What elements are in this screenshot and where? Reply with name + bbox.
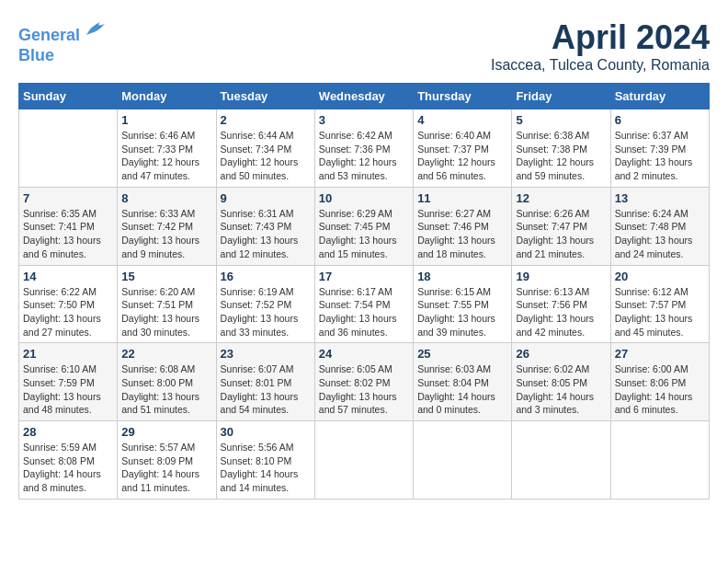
day-info: Sunrise: 6:17 AM Sunset: 7:54 PM Dayligh… xyxy=(319,285,409,339)
cell-week1-day3: 2Sunrise: 6:44 AM Sunset: 7:34 PM Daylig… xyxy=(216,109,314,188)
cell-week2-day6: 12Sunrise: 6:26 AM Sunset: 7:47 PM Dayli… xyxy=(512,187,610,265)
day-info: Sunrise: 6:46 AM Sunset: 7:33 PM Dayligh… xyxy=(121,129,211,183)
cell-week1-day5: 4Sunrise: 6:40 AM Sunset: 7:37 PM Daylig… xyxy=(414,109,512,188)
cell-week3-day6: 19Sunrise: 6:13 AM Sunset: 7:56 PM Dayli… xyxy=(512,265,610,343)
logo-text: General Blue xyxy=(18,18,109,65)
title-block: April 2024 Isaccea, Tulcea County, Roman… xyxy=(491,18,710,74)
day-number: 16 xyxy=(221,270,311,283)
cell-week5-day3: 30Sunrise: 5:56 AM Sunset: 8:10 PM Dayli… xyxy=(216,421,314,500)
day-number: 7 xyxy=(23,191,113,205)
day-number: 15 xyxy=(121,270,211,283)
header-thursday: Thursday xyxy=(414,84,512,109)
cell-week3-day4: 17Sunrise: 6:17 AM Sunset: 7:54 PM Dayli… xyxy=(314,265,413,343)
day-number: 4 xyxy=(417,113,507,127)
day-number: 25 xyxy=(417,347,507,361)
day-info: Sunrise: 6:05 AM Sunset: 8:02 PM Dayligh… xyxy=(319,362,409,417)
day-info: Sunrise: 6:19 AM Sunset: 7:52 PM Dayligh… xyxy=(221,285,311,339)
day-number: 19 xyxy=(516,270,606,283)
day-number: 13 xyxy=(615,191,705,205)
day-number: 1 xyxy=(121,113,211,127)
day-number: 12 xyxy=(516,191,606,205)
header-sunday: Sunday xyxy=(19,84,118,109)
day-info: Sunrise: 6:15 AM Sunset: 7:55 PM Dayligh… xyxy=(417,285,507,339)
day-info: Sunrise: 6:07 AM Sunset: 8:01 PM Dayligh… xyxy=(221,362,311,417)
day-number: 3 xyxy=(319,113,409,127)
day-number: 2 xyxy=(221,113,311,127)
day-number: 11 xyxy=(417,191,507,205)
cell-week4-day2: 22Sunrise: 6:08 AM Sunset: 8:00 PM Dayli… xyxy=(118,343,216,421)
cell-week5-day4 xyxy=(314,421,413,500)
day-number: 9 xyxy=(221,191,311,205)
header-monday: Monday xyxy=(118,84,216,109)
cell-week3-day2: 15Sunrise: 6:20 AM Sunset: 7:51 PM Dayli… xyxy=(118,265,216,343)
day-info: Sunrise: 6:03 AM Sunset: 8:04 PM Dayligh… xyxy=(417,362,507,417)
day-number: 23 xyxy=(221,347,311,361)
cell-week5-day6 xyxy=(512,421,610,500)
cell-week4-day5: 25Sunrise: 6:03 AM Sunset: 8:04 PM Dayli… xyxy=(414,343,512,421)
cell-week4-day3: 23Sunrise: 6:07 AM Sunset: 8:01 PM Dayli… xyxy=(216,343,314,421)
day-info: Sunrise: 5:59 AM Sunset: 8:08 PM Dayligh… xyxy=(23,441,113,495)
day-number: 30 xyxy=(221,425,311,439)
cell-week4-day4: 24Sunrise: 6:05 AM Sunset: 8:02 PM Dayli… xyxy=(314,343,413,421)
day-info: Sunrise: 5:57 AM Sunset: 8:09 PM Dayligh… xyxy=(121,441,211,495)
cell-week2-day1: 7Sunrise: 6:35 AM Sunset: 7:41 PM Daylig… xyxy=(19,187,118,265)
day-info: Sunrise: 6:44 AM Sunset: 7:34 PM Dayligh… xyxy=(221,129,311,183)
day-info: Sunrise: 6:27 AM Sunset: 7:46 PM Dayligh… xyxy=(417,207,507,261)
day-number: 28 xyxy=(23,425,113,439)
cell-week5-day7 xyxy=(610,421,709,500)
cell-week2-day2: 8Sunrise: 6:33 AM Sunset: 7:42 PM Daylig… xyxy=(118,187,216,265)
day-number: 26 xyxy=(516,347,606,361)
day-number: 14 xyxy=(23,270,113,283)
header-friday: Friday xyxy=(512,84,610,109)
day-number: 21 xyxy=(23,347,113,361)
cell-week5-day5 xyxy=(414,421,512,500)
cell-week2-day7: 13Sunrise: 6:24 AM Sunset: 7:48 PM Dayli… xyxy=(610,187,709,265)
cell-week5-day1: 28Sunrise: 5:59 AM Sunset: 8:08 PM Dayli… xyxy=(19,421,118,500)
day-info: Sunrise: 6:40 AM Sunset: 7:37 PM Dayligh… xyxy=(417,129,507,183)
day-info: Sunrise: 6:08 AM Sunset: 8:00 PM Dayligh… xyxy=(121,362,211,417)
cell-week2-day4: 10Sunrise: 6:29 AM Sunset: 7:45 PM Dayli… xyxy=(314,187,413,265)
day-number: 8 xyxy=(121,191,211,205)
day-info: Sunrise: 6:33 AM Sunset: 7:42 PM Dayligh… xyxy=(121,207,211,261)
day-info: Sunrise: 6:12 AM Sunset: 7:57 PM Dayligh… xyxy=(615,285,705,339)
logo: General Blue xyxy=(18,18,109,65)
day-info: Sunrise: 6:29 AM Sunset: 7:45 PM Dayligh… xyxy=(319,207,409,261)
cell-week1-day7: 6Sunrise: 6:37 AM Sunset: 7:39 PM Daylig… xyxy=(610,109,709,188)
location: Isaccea, Tulcea County, Romania xyxy=(491,57,710,74)
cell-week1-day1 xyxy=(19,109,118,188)
page-header: General Blue April 2024 Isaccea, Tulcea … xyxy=(18,18,710,74)
day-info: Sunrise: 6:31 AM Sunset: 7:43 PM Dayligh… xyxy=(221,207,311,261)
day-number: 10 xyxy=(319,191,409,205)
cell-week4-day6: 26Sunrise: 6:02 AM Sunset: 8:05 PM Dayli… xyxy=(512,343,610,421)
day-number: 29 xyxy=(121,425,211,439)
day-info: Sunrise: 6:13 AM Sunset: 7:56 PM Dayligh… xyxy=(516,285,606,339)
day-info: Sunrise: 6:24 AM Sunset: 7:48 PM Dayligh… xyxy=(615,207,705,261)
cell-week2-day3: 9Sunrise: 6:31 AM Sunset: 7:43 PM Daylig… xyxy=(216,187,314,265)
day-info: Sunrise: 6:37 AM Sunset: 7:39 PM Dayligh… xyxy=(615,129,705,183)
cell-week5-day2: 29Sunrise: 5:57 AM Sunset: 8:09 PM Dayli… xyxy=(118,421,216,500)
calendar-table: SundayMondayTuesdayWednesdayThursdayFrid… xyxy=(18,83,710,500)
cell-week1-day2: 1Sunrise: 6:46 AM Sunset: 7:33 PM Daylig… xyxy=(118,109,216,188)
cell-week4-day7: 27Sunrise: 6:00 AM Sunset: 8:06 PM Dayli… xyxy=(610,343,709,421)
cell-week2-day5: 11Sunrise: 6:27 AM Sunset: 7:46 PM Dayli… xyxy=(414,187,512,265)
day-number: 27 xyxy=(615,347,705,361)
day-info: Sunrise: 6:35 AM Sunset: 7:41 PM Dayligh… xyxy=(23,207,113,261)
day-number: 24 xyxy=(319,347,409,361)
day-number: 17 xyxy=(319,270,409,283)
header-tuesday: Tuesday xyxy=(216,84,314,109)
day-info: Sunrise: 6:42 AM Sunset: 7:36 PM Dayligh… xyxy=(319,129,409,183)
header-saturday: Saturday xyxy=(610,84,709,109)
cell-week1-day6: 5Sunrise: 6:38 AM Sunset: 7:38 PM Daylig… xyxy=(512,109,610,188)
day-info: Sunrise: 6:20 AM Sunset: 7:51 PM Dayligh… xyxy=(121,285,211,339)
day-info: Sunrise: 6:26 AM Sunset: 7:47 PM Dayligh… xyxy=(516,207,606,261)
day-info: Sunrise: 6:10 AM Sunset: 7:59 PM Dayligh… xyxy=(23,362,113,417)
day-number: 20 xyxy=(615,270,705,283)
day-number: 22 xyxy=(121,347,211,361)
month-title: April 2024 xyxy=(491,18,710,57)
cell-week3-day5: 18Sunrise: 6:15 AM Sunset: 7:55 PM Dayli… xyxy=(414,265,512,343)
day-info: Sunrise: 6:22 AM Sunset: 7:50 PM Dayligh… xyxy=(23,285,113,339)
cell-week3-day1: 14Sunrise: 6:22 AM Sunset: 7:50 PM Dayli… xyxy=(19,265,118,343)
day-number: 5 xyxy=(516,113,606,127)
day-info: Sunrise: 6:02 AM Sunset: 8:05 PM Dayligh… xyxy=(516,362,606,417)
day-number: 18 xyxy=(417,270,507,283)
